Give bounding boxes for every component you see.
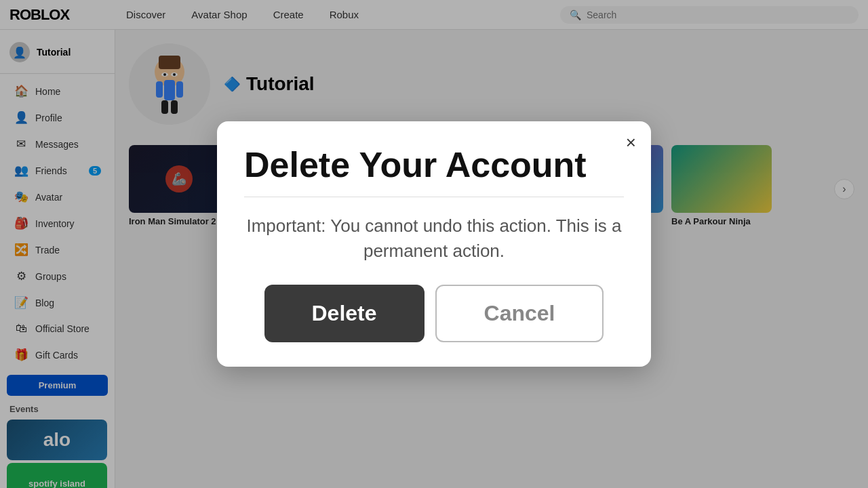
modal-divider: [244, 197, 624, 197]
modal-overlay: × Delete Your Account Important: You can…: [0, 0, 868, 488]
modal-title: Delete Your Account: [244, 146, 624, 184]
modal-close-button[interactable]: ×: [626, 134, 636, 151]
cancel-button[interactable]: Cancel: [435, 285, 604, 342]
delete-account-modal: × Delete Your Account Important: You can…: [217, 121, 651, 367]
modal-message: Important: You cannot undo this action. …: [244, 214, 624, 263]
delete-confirm-button[interactable]: Delete: [264, 285, 425, 342]
modal-buttons: Delete Cancel: [244, 285, 624, 342]
